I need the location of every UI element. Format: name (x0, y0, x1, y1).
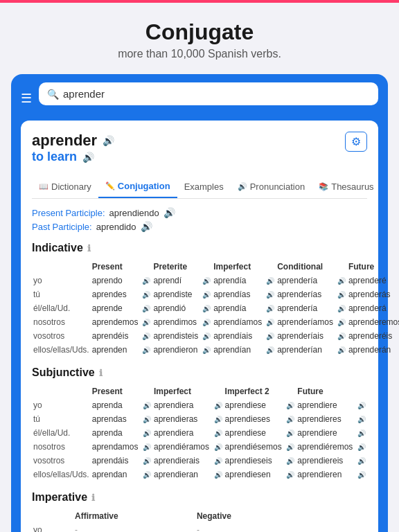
table-row: vosotros aprendáis 🔊 aprendierais 🔊 apre… (32, 454, 367, 468)
tab-examples[interactable]: Examples (177, 175, 231, 198)
subj-present-speaker[interactable]: 🔊 (143, 471, 151, 479)
subj-present-speaker[interactable]: 🔊 (143, 429, 151, 437)
subj-imperfect2-speaker[interactable]: 🔊 (286, 402, 294, 409)
present-speaker[interactable]: 🔊 (142, 332, 150, 340)
subj-present-speaker[interactable]: 🔊 (143, 416, 151, 423)
subj-future-speaker[interactable]: 🔊 (357, 429, 366, 437)
subj-future-speaker[interactable]: 🔊 (357, 416, 366, 423)
subj-imperfect-speaker[interactable]: 🔊 (214, 443, 222, 451)
present-cell: aprendéis (91, 329, 140, 343)
subj-imperfect2-speaker[interactable]: 🔊 (286, 471, 294, 479)
indicative-info-icon[interactable]: ℹ (87, 243, 91, 254)
subj-present-speaker[interactable]: 🔊 (143, 457, 151, 465)
imperfect-speaker[interactable]: 🔊 (266, 346, 274, 354)
menu-icon[interactable]: ☰ (21, 91, 32, 106)
subj-future-cell: aprendiere (296, 426, 355, 440)
present-cell: aprenden (91, 343, 140, 357)
preterite-speaker[interactable]: 🔊 (202, 346, 211, 354)
subj-imperfect2-speaker[interactable]: 🔊 (286, 443, 294, 451)
subj-present-cell: aprenda (91, 426, 140, 440)
subj-imperfect-cell: aprendieran (152, 468, 211, 481)
subj-imperfect2-speaker[interactable]: 🔊 (286, 416, 294, 423)
imperfect-cell: aprendía (212, 301, 263, 315)
pronoun-cell: nosotros (32, 440, 91, 454)
imperfect-speaker[interactable]: 🔊 (266, 305, 274, 312)
subj-future-speaker[interactable]: 🔊 (357, 443, 366, 451)
preterite-cell: aprendieron (152, 343, 200, 357)
search-bar[interactable]: 🔍 aprender (39, 82, 378, 105)
subj-imperfect2-cell: aprendieses (224, 412, 284, 426)
imperative-info-icon[interactable]: ℹ (91, 493, 95, 503)
translation-speaker-icon[interactable]: 🔊 (82, 152, 94, 163)
tab-conjugation[interactable]: ✏️ Conjugation (98, 175, 177, 198)
subj-future-cell: aprendiere (296, 398, 355, 412)
conditional-cell: aprenderíamos (276, 315, 335, 329)
tab-dictionary[interactable]: 📖 Dictionary (32, 175, 98, 198)
filter-button[interactable]: ⚙ (345, 132, 367, 152)
present-speaker[interactable]: 🔊 (142, 291, 150, 299)
subj-future-cell: aprendiereis (296, 454, 355, 468)
present-speaker[interactable]: 🔊 (142, 305, 150, 312)
subj-imperfect-speaker[interactable]: 🔊 (214, 416, 222, 423)
subj-future-cell: aprendieres (296, 412, 355, 426)
conditional-speaker[interactable]: 🔊 (337, 291, 346, 299)
table-row: ellos/ellas/Uds. aprendan 🔊 aprendieran … (32, 468, 367, 481)
pronoun-cell: vosotros (32, 454, 91, 468)
present-participle-speaker[interactable]: 🔊 (163, 207, 175, 218)
subj-imperfect-speaker[interactable]: 🔊 (214, 429, 222, 437)
conditional-speaker[interactable]: 🔊 (337, 305, 346, 312)
future-col-header: Future (347, 260, 399, 274)
subj-future-speaker[interactable]: 🔊 (357, 402, 366, 409)
table-row: yo - - (32, 523, 367, 532)
conditional-speaker[interactable]: 🔊 (337, 319, 346, 326)
table-row: él/ella/Ud. aprende 🔊 aprendió 🔊 aprendí… (32, 301, 399, 315)
conditional-cell: aprenderíais (276, 329, 335, 343)
past-participle-speaker[interactable]: 🔊 (141, 221, 152, 232)
imperfect-speaker[interactable]: 🔊 (266, 332, 274, 340)
conditional-col-header: Conditional (276, 260, 335, 274)
future-cell: aprenderé (347, 274, 399, 287)
table-row: yo aprenda 🔊 aprendiera 🔊 aprendiese 🔊 a… (32, 398, 367, 412)
subj-imperfect-speaker[interactable]: 🔊 (214, 471, 222, 479)
present-speaker[interactable]: 🔊 (142, 319, 150, 326)
conditional-speaker[interactable]: 🔊 (337, 346, 346, 354)
tab-pronunciation[interactable]: 🔊 Pronunciation (231, 175, 312, 198)
preterite-speaker[interactable]: 🔊 (202, 305, 211, 312)
main-card: ☰ 🔍 aprender aprender 🔊 to learn 🔊 ⚙ 📖 (11, 74, 388, 532)
subj-future-speaker[interactable]: 🔊 (357, 457, 366, 465)
preterite-speaker[interactable]: 🔊 (202, 291, 211, 299)
present-speaker[interactable]: 🔊 (142, 346, 150, 354)
indicative-table: Present Preterite Imperfect Conditional … (32, 260, 399, 357)
pronoun-cell: ellos/ellas/Uds. (32, 468, 91, 481)
subjunctive-info-icon[interactable]: ℹ (99, 368, 103, 378)
subj-present-speaker[interactable]: 🔊 (143, 443, 151, 451)
present-speaker[interactable]: 🔊 (142, 277, 150, 285)
tab-thesaurus[interactable]: 📚 Thesaurus (312, 175, 380, 198)
imperfect-speaker[interactable]: 🔊 (266, 291, 274, 299)
subj-imperfect-speaker[interactable]: 🔊 (214, 402, 222, 409)
subj-imperfect2-speaker[interactable]: 🔊 (286, 457, 294, 465)
table-row: tú aprendes 🔊 aprendiste 🔊 aprendías 🔊 a… (32, 287, 399, 301)
preterite-speaker[interactable]: 🔊 (202, 277, 211, 285)
subj-imperfect2-cell: aprendieseis (224, 454, 284, 468)
pronoun-col-header (32, 260, 91, 274)
imperfect-speaker[interactable]: 🔊 (266, 277, 274, 285)
word-speaker-icon[interactable]: 🔊 (103, 135, 114, 146)
conditional-speaker[interactable]: 🔊 (337, 277, 346, 285)
present-cell: aprende (91, 301, 140, 315)
preterite-speaker[interactable]: 🔊 (202, 332, 211, 340)
subj-present-speaker[interactable]: 🔊 (143, 402, 151, 409)
subj-imperfect-speaker[interactable]: 🔊 (214, 457, 222, 465)
table-row: ellos/ellas/Uds. aprenden 🔊 aprendieron … (32, 343, 399, 357)
indicative-title: Indicative ℹ (32, 242, 367, 254)
present-col-header: Present (91, 260, 140, 274)
conditional-cell: aprenderían (276, 343, 335, 357)
imperative-title: Imperative ℹ (32, 491, 367, 504)
present-cell: aprendo (91, 274, 140, 287)
subj-imperfect2-speaker[interactable]: 🔊 (286, 429, 294, 437)
imperfect-speaker[interactable]: 🔊 (266, 319, 274, 326)
future-cell: aprenderán (347, 343, 399, 357)
conditional-speaker[interactable]: 🔊 (337, 332, 346, 340)
preterite-speaker[interactable]: 🔊 (202, 319, 211, 326)
subj-future-speaker[interactable]: 🔊 (357, 471, 366, 479)
